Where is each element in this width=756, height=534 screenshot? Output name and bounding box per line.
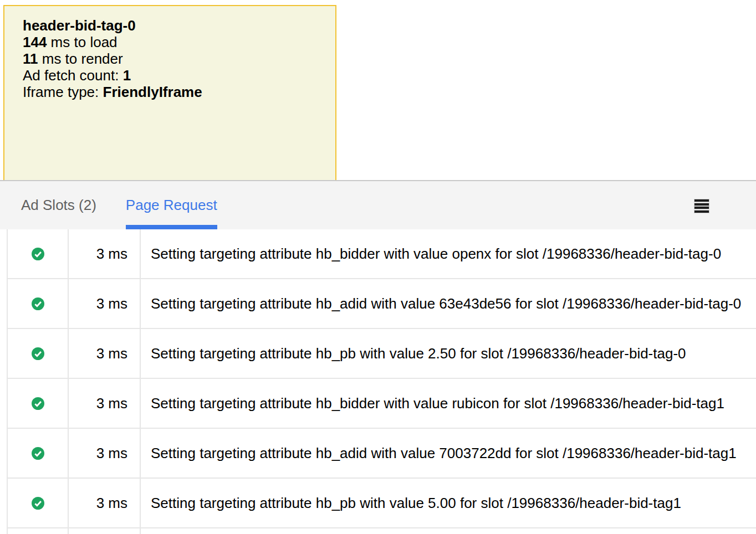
log-row: 3 ms Setting targeting attribute hb_adid…	[8, 429, 756, 479]
message-cell: Setting targeting attribute hb_adid with…	[141, 279, 756, 328]
check-circle-icon	[32, 297, 44, 310]
list-icon-bar	[694, 207, 709, 209]
status-cell	[8, 329, 69, 378]
log-row-partial	[8, 528, 756, 534]
status-cell	[8, 379, 69, 428]
publisher-console-panel: Ad Slots (2) Page Request 3 ms Setting t…	[0, 180, 756, 534]
log-row: 3 ms Setting targeting attribute hb_bidd…	[8, 229, 756, 279]
tab-page-request[interactable]: Page Request	[126, 181, 217, 229]
overlay-fetch-count: Ad fetch count: 1	[23, 67, 317, 84]
overlay-render-time: 11 ms to render	[23, 50, 317, 67]
list-icon-bar	[694, 199, 709, 202]
log-row: 3 ms Setting targeting attribute hb_pb w…	[8, 329, 756, 379]
log-row: 3 ms Setting targeting attribute hb_adid…	[8, 279, 756, 329]
list-icon[interactable]	[694, 199, 709, 213]
check-circle-icon	[32, 497, 44, 510]
tab-ad-slots[interactable]: Ad Slots (2)	[21, 181, 96, 229]
tab-underline	[126, 225, 217, 229]
check-circle-icon	[32, 447, 44, 460]
status-cell	[8, 479, 69, 527]
message-cell: Setting targeting attribute hb_pb with v…	[141, 329, 756, 378]
message-cell: Setting targeting attribute hb_bidder wi…	[141, 379, 756, 428]
message-cell	[141, 528, 756, 534]
list-icon-bar	[694, 210, 709, 213]
message-cell: Setting targeting attribute hb_pb with v…	[141, 479, 756, 527]
time-cell: 3 ms	[69, 379, 141, 428]
log-row: 3 ms Setting targeting attribute hb_bidd…	[8, 379, 756, 429]
ad-slot-overlay: header-bid-tag-0 144 ms to load 11 ms to…	[3, 5, 336, 180]
log-row: 3 ms Setting targeting attribute hb_pb w…	[8, 479, 756, 528]
check-circle-icon	[32, 397, 44, 410]
time-cell: 3 ms	[69, 479, 141, 527]
status-cell	[8, 229, 69, 278]
tab-page-request-label: Page Request	[126, 197, 217, 214]
log-table: 3 ms Setting targeting attribute hb_bidd…	[7, 229, 756, 534]
overlay-load-time: 144 ms to load	[23, 34, 317, 50]
check-circle-icon	[32, 248, 44, 260]
overlay-iframe-type: Iframe type: FriendlyIframe	[23, 84, 317, 100]
time-cell: 3 ms	[69, 229, 141, 278]
overlay-slot-title: header-bid-tag-0	[23, 17, 317, 34]
tab-ad-slots-label: Ad Slots (2)	[21, 197, 96, 214]
status-cell	[8, 528, 69, 534]
time-cell: 3 ms	[69, 279, 141, 328]
tab-bar: Ad Slots (2) Page Request	[0, 180, 756, 229]
message-cell: Setting targeting attribute hb_adid with…	[141, 429, 756, 477]
check-circle-icon	[32, 347, 44, 360]
list-icon-bar	[694, 203, 709, 206]
time-cell: 3 ms	[69, 429, 141, 477]
time-cell	[69, 528, 141, 534]
status-cell	[8, 429, 69, 477]
status-cell	[8, 279, 69, 328]
message-cell: Setting targeting attribute hb_bidder wi…	[141, 229, 756, 278]
time-cell: 3 ms	[69, 329, 141, 378]
